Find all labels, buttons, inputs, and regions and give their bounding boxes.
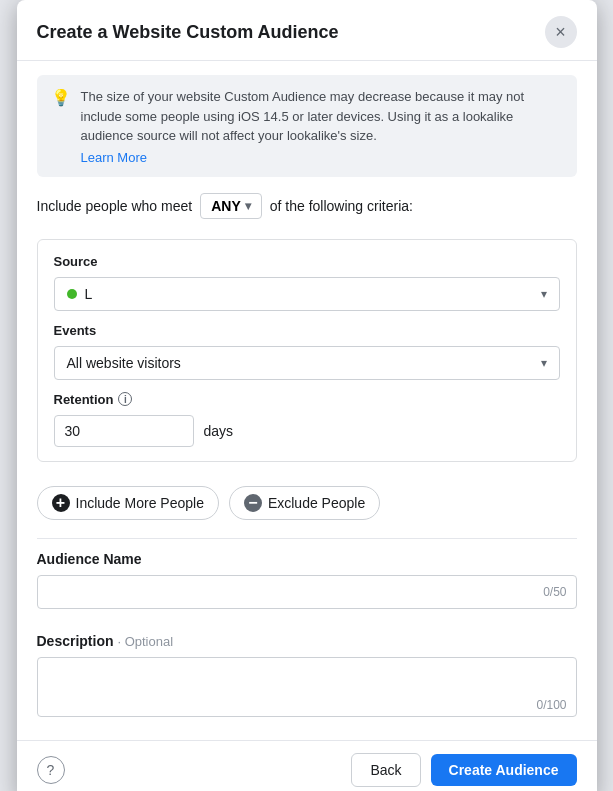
lightbulb-icon: 💡 <box>51 88 71 107</box>
description-section: Description · Optional 0/100 <box>17 633 597 730</box>
source-selected-value: L <box>85 286 93 302</box>
help-button[interactable]: ? <box>37 756 65 784</box>
retention-label: Retention i <box>54 392 560 407</box>
retention-field-group: Retention i days <box>54 392 560 447</box>
any-label: ANY <box>211 198 241 214</box>
banner-text: The size of your website Custom Audience… <box>81 89 525 143</box>
exclude-people-label: Exclude People <box>268 495 365 511</box>
modal-footer: ? Back Create Audience <box>17 740 597 792</box>
optional-label: · Optional <box>117 634 173 649</box>
audience-name-input-wrapper: 0/50 <box>37 575 577 609</box>
action-buttons: + Include More People − Exclude People <box>17 472 597 534</box>
description-label: Description · Optional <box>37 633 577 649</box>
audience-name-char-count: 0/50 <box>543 585 566 599</box>
modal-header: Create a Website Custom Audience × <box>17 0 597 61</box>
plus-icon: + <box>52 494 70 512</box>
banner-content: The size of your website Custom Audience… <box>81 87 563 165</box>
audience-name-section: Audience Name 0/50 <box>17 551 597 619</box>
info-banner: 💡 The size of your website Custom Audien… <box>37 75 577 177</box>
events-field-group: Events All website visitors ▾ <box>54 323 560 380</box>
include-more-label: Include More People <box>76 495 204 511</box>
include-more-button[interactable]: + Include More People <box>37 486 219 520</box>
criteria-row: Include people who meet ANY ▾ of the fol… <box>17 177 597 229</box>
source-status-dot <box>67 289 77 299</box>
close-button[interactable]: × <box>545 16 577 48</box>
footer-buttons: Back Create Audience <box>351 753 576 787</box>
exclude-people-button[interactable]: − Exclude People <box>229 486 380 520</box>
description-textarea[interactable] <box>37 657 577 717</box>
criteria-section: Source L ▾ Events All website visitors ▾ <box>37 239 577 462</box>
source-chevron-icon: ▾ <box>541 287 547 301</box>
learn-more-link[interactable]: Learn More <box>81 150 563 165</box>
retention-input[interactable] <box>54 415 194 447</box>
criteria-prefix: Include people who meet <box>37 198 193 214</box>
back-button[interactable]: Back <box>351 753 420 787</box>
retention-info-icon[interactable]: i <box>118 392 132 406</box>
any-dropdown[interactable]: ANY ▾ <box>200 193 262 219</box>
criteria-suffix: of the following criteria: <box>270 198 413 214</box>
source-dropdown[interactable]: L ▾ <box>54 277 560 311</box>
description-textarea-wrapper: 0/100 <box>37 657 577 720</box>
description-char-count: 0/100 <box>536 698 566 712</box>
events-dropdown[interactable]: All website visitors ▾ <box>54 346 560 380</box>
events-chevron-icon: ▾ <box>541 356 547 370</box>
modal-title: Create a Website Custom Audience <box>37 22 339 43</box>
minus-icon: − <box>244 494 262 512</box>
source-label: Source <box>54 254 560 269</box>
audience-name-label: Audience Name <box>37 551 577 567</box>
source-field-group: Source L ▾ <box>54 254 560 311</box>
close-icon: × <box>555 22 566 43</box>
any-chevron-icon: ▾ <box>245 199 251 213</box>
events-label: Events <box>54 323 560 338</box>
events-selected-value: All website visitors <box>67 355 181 371</box>
help-icon: ? <box>47 762 55 778</box>
create-audience-modal: Create a Website Custom Audience × 💡 The… <box>17 0 597 791</box>
retention-row: days <box>54 415 560 447</box>
days-label: days <box>204 423 234 439</box>
audience-name-input[interactable] <box>37 575 577 609</box>
create-audience-button[interactable]: Create Audience <box>431 754 577 786</box>
divider-1 <box>37 538 577 539</box>
